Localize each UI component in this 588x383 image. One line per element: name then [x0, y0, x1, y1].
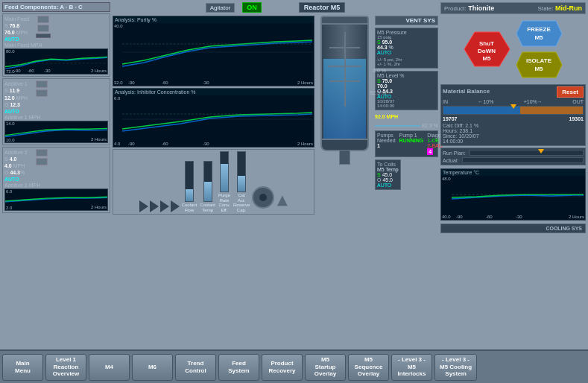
vessel-top	[320, 16, 369, 25]
svg-marker-12	[516, 52, 562, 77]
actual-bar	[462, 157, 584, 163]
svg-text:M5: M5	[534, 66, 543, 72]
slider-4-label: CatAct.ReserveCap.	[233, 193, 250, 212]
agitator-blade-2	[328, 66, 361, 67]
agitator-blade-3	[329, 80, 360, 82]
additive1-values: Additive 1 S 11.9 12.0 MPH O 12.3 AUTO	[4, 80, 34, 114]
run-plan-section: Run Plan: Actual:	[440, 148, 586, 165]
nav-feed[interactable]: FeedSystem	[218, 354, 259, 381]
slider-1-group: CoolantFlow	[182, 161, 197, 212]
nav-m6[interactable]: M6	[132, 354, 173, 381]
freeze-button-container[interactable]: FREEZE M5	[515, 19, 563, 48]
inhibitor-chart: Analysis: Inhibitor Concentration % 6.0 …	[113, 88, 314, 148]
cooling-sys-label: COOLING SYS	[440, 224, 586, 233]
additive1-info: Additive 1 S 11.9 12.0 MPH O 12.3 AUTO	[4, 80, 108, 114]
arrow-3	[160, 200, 169, 212]
agitator-blade-1	[329, 47, 360, 48]
slider-2-group: CoolantTemp	[200, 161, 215, 212]
inhibitor-svg	[122, 98, 312, 141]
temp-svg	[452, 178, 584, 215]
m5-info-column: VENT SYS M5 Pressure 15 psig S 95.0 44.3…	[375, 16, 438, 347]
additive2-block: Additive 2 S 4.0 4.0 MPH O 44.3% AUTO Ad…	[2, 147, 110, 213]
m5-pressure-box: M5 Pressure 15 psig S 95.0 44.3 % AUTO +…	[375, 28, 438, 69]
shutdown-hex-svg: ShuT DoWN M5	[463, 31, 511, 68]
run-plan-marker	[538, 149, 544, 153]
flow-line	[375, 125, 420, 127]
slider-1[interactable]	[185, 161, 194, 202]
main-feed-info: Main Feed S 76.8 76.0 MPH AUTO	[4, 16, 108, 42]
agitator-label: Agitator	[206, 3, 235, 13]
isolate-hex-svg: ISOLATE M5	[515, 51, 563, 79]
far-right-panel: Product: Thionite State: Mid-Run ShuT Do…	[440, 2, 586, 347]
svg-text:ShuT: ShuT	[479, 40, 494, 47]
nav-m4[interactable]: M4	[89, 354, 130, 381]
top-area: Feed Components: A · B · C Main Feed S 7…	[0, 0, 588, 349]
svg-text:ISOLATE: ISOLATE	[526, 57, 552, 64]
feed-components-title: Feed Components: A · B · C	[2, 2, 110, 12]
product-flow-line: 82.3 %	[375, 123, 438, 128]
bottom-nav: MainMenu Level 1ReactionOverview M4 M6 T…	[0, 349, 588, 383]
slider-4-group: CatAct.ReserveCap.	[233, 151, 250, 212]
valve-icon-4	[36, 89, 48, 97]
nav-main-menu[interactable]: MainMenu	[2, 354, 43, 381]
sliders-row: CoolantFlow CoolantTemp	[115, 151, 312, 212]
nav-level3-interlocks[interactable]: - Level 3 -M5Interlocks	[391, 354, 432, 381]
svg-text:M5: M5	[534, 34, 543, 41]
purity-svg	[122, 25, 312, 80]
charts-column: Analysis: Purity % 40.0 32.0 2 Hours -90…	[113, 16, 314, 347]
slider-3[interactable]	[220, 151, 229, 192]
agitator-shaft	[344, 32, 346, 107]
coils-temp-row: To Coils M5 Temp S 45.0 O 45.0 AUTO	[375, 159, 438, 190]
slider-1-label: CoolantFlow	[182, 203, 197, 212]
reactor-vessel-column: 8.0 % 82.3 %	[317, 16, 373, 347]
nav-trend[interactable]: TrendControl	[175, 354, 216, 381]
nav-m5-startup[interactable]: M5StartupOverlay	[305, 354, 346, 381]
center-panel: Agitator ON Reactor M5 Analysis: Purity …	[113, 2, 438, 347]
svg-text:M5: M5	[482, 55, 491, 62]
main-feed-chart: 80.0 72.0 2 Hours -90 -60 -30	[4, 48, 108, 75]
main-feed-values: Main Feed S 76.8 76.0 MPH AUTO	[4, 16, 34, 42]
temp-chart: Temperature °C 48.0 40.0 2 Hours -90 -60…	[440, 168, 586, 221]
arrow-2	[150, 200, 159, 212]
feed-arrows	[139, 200, 180, 212]
slider-3-label: PurgeRateConv.Eff.	[218, 193, 230, 212]
slider-4[interactable]	[237, 151, 246, 192]
pumps-section: Pumps Needed 1 Pump 1 RUNNING Diagnostic…	[375, 130, 438, 157]
slider-groups: CoolantFlow CoolantTemp	[182, 151, 250, 212]
slider-2-label: CoolantTemp	[200, 203, 215, 212]
freeze-hex-svg: FREEZE M5	[515, 19, 563, 48]
outlet-valve-icon	[276, 195, 288, 206]
additive2-values: Additive 2 S 4.0 4.0 MPH O 44.3% AUTO	[4, 149, 34, 183]
reactor-main: Analysis: Purity % 40.0 32.0 2 Hours -90…	[113, 16, 438, 347]
valve-icon-6	[36, 158, 48, 165]
mb-out-bar	[520, 107, 583, 114]
isolate-button-container[interactable]: ISOLATE M5	[515, 51, 563, 79]
nav-m5-sequence[interactable]: M5SequenceOverlay	[348, 354, 389, 381]
slider-3-group: PurgeRateConv.Eff.	[218, 151, 230, 212]
additive2-info: Additive 2 S 4.0 4.0 MPH O 44.3% AUTO	[4, 149, 108, 183]
agitator-row: Agitator ON Reactor M5	[113, 2, 438, 13]
slider-2[interactable]	[203, 161, 212, 202]
svg-text:DoWN: DoWN	[478, 48, 496, 54]
nav-level3-cooling[interactable]: - Level 3 -M5 CoolingSystem	[434, 354, 477, 381]
agitator-state: ON	[242, 2, 262, 13]
mb-marker	[510, 104, 516, 109]
valve-icon-2	[37, 25, 49, 32]
nav-level1[interactable]: Level 1ReactionOverview	[45, 354, 86, 381]
to-coils-box: To Coils M5 Temp S 45.0 O 45.0 AUTO	[375, 159, 401, 190]
svg-marker-9	[516, 21, 562, 46]
nav-product[interactable]: ProductRecovery	[262, 354, 303, 381]
vent-sys-label: VENT SYS	[375, 16, 438, 25]
freeze-isolate-buttons: FREEZE M5 ISOLATE M5	[515, 19, 563, 79]
shutdown-button-container[interactable]: ShuT DoWN M5	[463, 31, 511, 68]
flow-icon	[36, 34, 51, 38]
svg-text:FREEZE: FREEZE	[527, 26, 551, 33]
reset-button[interactable]: Reset	[557, 86, 584, 98]
main-container: Feed Components: A · B · C Main Feed S 7…	[0, 0, 588, 383]
product-state-bar: Product: Thionite State: Mid-Run	[440, 2, 586, 14]
material-balance-box: Material Balance Reset IN ←10% +10%→ OUT…	[440, 84, 586, 146]
vessel-pct1: 8.0 %	[373, 68, 386, 73]
valve-icon-5	[36, 149, 48, 156]
main-feed-block: Main Feed S 76.8 76.0 MPH AUTO Main Feed…	[2, 13, 110, 77]
valve-icon-1	[37, 16, 49, 23]
